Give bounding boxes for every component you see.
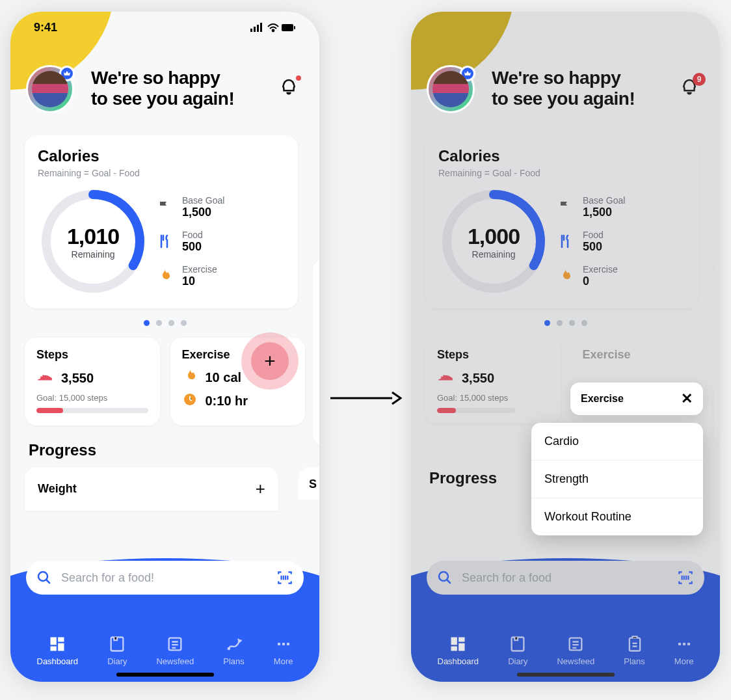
- bottom-nav: Dashboard Diary Newsfeed Plans More: [10, 550, 319, 682]
- status-time: 9:41: [34, 21, 57, 34]
- steps-goal: Goal: 15,000 steps: [36, 393, 148, 403]
- remaining-label: Remaining: [72, 249, 115, 260]
- add-weight-button[interactable]: +: [256, 479, 265, 499]
- tab-dashboard[interactable]: Dashboard: [37, 635, 79, 666]
- barcode-icon[interactable]: [677, 569, 694, 586]
- svg-point-25: [678, 643, 681, 646]
- svg-rect-5: [282, 24, 293, 31]
- notification-button[interactable]: [279, 77, 301, 99]
- card-peek[interactable]: [313, 259, 319, 446]
- notification-button[interactable]: 9: [680, 77, 702, 99]
- remaining-label: Remaining: [472, 249, 516, 260]
- exercise-time: 0:10 hr: [206, 394, 248, 409]
- svg-rect-24: [629, 638, 639, 651]
- tab-plans[interactable]: Plans: [223, 635, 245, 666]
- tab-more[interactable]: More: [274, 635, 293, 666]
- calories-card[interactable]: Calories Remaining = Goal - Food 1,000 R…: [425, 135, 698, 308]
- shoe-icon: [36, 368, 53, 388]
- tab-diary[interactable]: Diary: [508, 635, 527, 666]
- tab-plans[interactable]: Plans: [624, 635, 645, 666]
- premium-badge: [460, 66, 475, 81]
- steps-value: 3,550: [61, 371, 94, 386]
- svg-point-17: [286, 643, 289, 646]
- svg-point-27: [687, 643, 690, 646]
- calories-subtitle: Remaining = Goal - Food: [438, 168, 685, 178]
- svg-rect-1: [254, 27, 256, 32]
- weight-peek[interactable]: S: [299, 467, 319, 500]
- search-input[interactable]: [61, 571, 267, 585]
- transition-arrow: [330, 386, 402, 414]
- svg-point-26: [682, 643, 685, 646]
- flag-icon: [557, 198, 574, 215]
- battery-icon: [282, 24, 295, 31]
- tab-newsfeed[interactable]: Newsfeed: [156, 635, 194, 666]
- tab-newsfeed[interactable]: Newsfeed: [557, 635, 594, 666]
- crown-icon: [63, 70, 71, 77]
- metric-base-goal: Base Goal1,500: [156, 195, 285, 219]
- calories-title: Calories: [438, 147, 685, 165]
- metric-food: Food500: [557, 230, 685, 254]
- home-indicator[interactable]: [116, 673, 214, 677]
- flame-icon: [156, 267, 173, 284]
- add-exercise-button[interactable]: +: [241, 332, 299, 390]
- exercise-cal: 10 cal: [206, 370, 242, 385]
- flame-icon: [557, 267, 574, 284]
- cellular-icon: [250, 23, 262, 32]
- metric-exercise: Exercise10: [156, 264, 285, 288]
- exercise-card[interactable]: + Exercise 10 cal 0:10 hr: [170, 338, 306, 425]
- tab-diary[interactable]: Diary: [107, 635, 127, 666]
- search-bar[interactable]: [427, 561, 704, 595]
- wifi-icon: [268, 24, 278, 31]
- premium-badge: [59, 66, 75, 81]
- status-icons: [250, 21, 296, 34]
- tab-dashboard[interactable]: Dashboard: [438, 635, 479, 666]
- menu-item-cardio[interactable]: Cardio: [531, 423, 703, 461]
- greeting-text: We're so happy to see you again!: [91, 68, 234, 109]
- card-peek[interactable]: [713, 259, 720, 446]
- calories-subtitle: Remaining = Goal - Food: [38, 168, 285, 178]
- bottom-nav: Dashboard Diary Newsfeed Plans More: [411, 550, 720, 682]
- notification-dot: [296, 75, 301, 81]
- fork-icon: [557, 233, 574, 250]
- phone-screen-right: We're so happy to see you again! 9 Calor…: [411, 12, 720, 682]
- clock-icon: [182, 392, 198, 410]
- calories-title: Calories: [38, 147, 285, 165]
- avatar[interactable]: [427, 65, 475, 113]
- avatar[interactable]: [26, 65, 74, 113]
- svg-point-15: [277, 643, 280, 646]
- greeting-text: We're so happy to see you again!: [492, 68, 635, 109]
- home-indicator[interactable]: [517, 673, 615, 677]
- exercise-type-menu: Cardio Strength Workout Routine: [531, 423, 703, 535]
- menu-item-strength[interactable]: Strength: [531, 461, 703, 498]
- search-bar[interactable]: [26, 561, 304, 595]
- weight-card[interactable]: Weight +: [25, 467, 278, 511]
- calorie-ring: 1,010 Remaining: [38, 186, 148, 297]
- svg-point-13: [227, 647, 230, 651]
- remaining-value: 1,010: [67, 224, 119, 249]
- barcode-icon[interactable]: [276, 569, 293, 586]
- metric-base-goal: Base Goal1,500: [557, 195, 685, 219]
- menu-item-routine[interactable]: Workout Routine: [531, 498, 703, 535]
- search-input[interactable]: [462, 571, 668, 585]
- page-dots[interactable]: [425, 320, 706, 326]
- notification-badge: 9: [693, 73, 706, 86]
- calorie-ring: 1,000 Remaining: [438, 186, 549, 297]
- calories-card[interactable]: Calories Remaining = Goal - Food 1,010 R…: [25, 135, 298, 308]
- plus-icon: +: [251, 342, 289, 380]
- steps-card[interactable]: Steps 3,550 Goal: 15,000 steps: [425, 338, 561, 424]
- svg-rect-2: [257, 25, 259, 32]
- shoe-icon: [437, 368, 454, 388]
- steps-card[interactable]: Steps 3,550 Goal: 15,000 steps: [25, 338, 160, 425]
- svg-rect-0: [250, 29, 252, 32]
- search-icon: [36, 570, 52, 586]
- close-icon[interactable]: ✕: [681, 390, 693, 407]
- steps-goal: Goal: 15,000 steps: [437, 393, 549, 403]
- steps-value: 3,550: [462, 371, 494, 386]
- steps-title: Steps: [437, 348, 549, 362]
- steps-progress: [36, 408, 148, 413]
- page-dots[interactable]: [25, 320, 305, 326]
- fork-icon: [156, 233, 173, 250]
- tab-more[interactable]: More: [674, 635, 694, 666]
- svg-point-16: [282, 643, 285, 646]
- status-bar: 9:41: [10, 21, 319, 34]
